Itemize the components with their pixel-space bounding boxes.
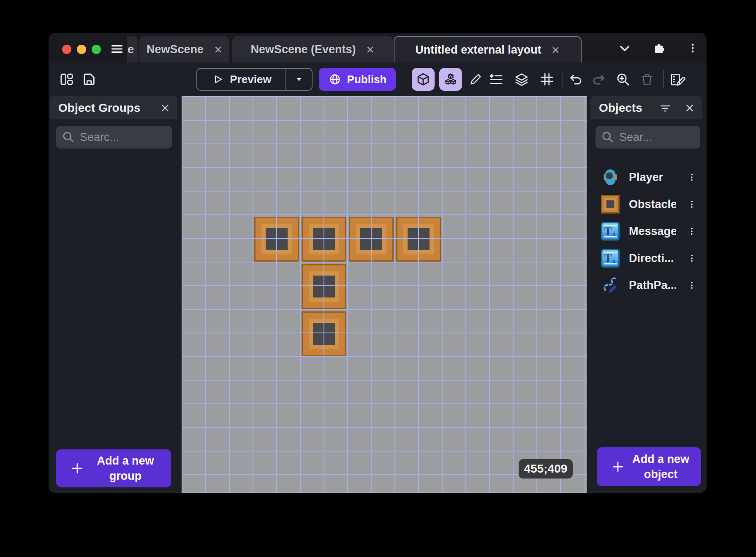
toggle-panels-button[interactable] (59, 72, 74, 87)
obstacle-instance[interactable] (302, 311, 346, 356)
grid-toggle-button[interactable] (539, 72, 555, 87)
content-area: Object Groups Add a new group (49, 96, 707, 493)
edit-scene-properties-button[interactable] (669, 72, 686, 87)
object-row-menu-button[interactable] (685, 196, 698, 213)
instances-list-icon (489, 72, 504, 87)
publish-button[interactable]: Publish (319, 68, 396, 91)
svg-text:x: x (612, 257, 616, 264)
scene-canvas[interactable]: 455;409 (182, 96, 587, 493)
kebab-menu-icon (687, 226, 697, 236)
zoom-button[interactable] (615, 72, 631, 87)
redo-icon (591, 72, 606, 87)
close-tab-icon[interactable] (214, 45, 222, 54)
add-group-label: Add a new group (84, 453, 171, 484)
close-panel-button[interactable] (683, 101, 697, 115)
edit-properties-icon (669, 72, 686, 87)
tab-fragment-label: e (128, 43, 134, 56)
tab-bar: e NewScene NewScene (Events) Untitled ex… (49, 33, 707, 62)
filter-objects-button[interactable] (658, 101, 672, 115)
main-menu-button[interactable] (110, 42, 124, 57)
obstacle-icon (601, 195, 620, 214)
cube-3d-icon (416, 72, 431, 87)
minimize-window-button[interactable] (77, 45, 86, 54)
save-button[interactable] (82, 72, 97, 87)
puzzle-icon (652, 41, 666, 55)
close-tab-icon[interactable] (366, 45, 375, 54)
preview-options-button[interactable] (286, 69, 312, 90)
layers-button[interactable] (514, 72, 529, 87)
chevron-down-icon (617, 41, 632, 56)
tab-fragment[interactable]: e (127, 36, 138, 62)
object-label: Obstacle (629, 198, 676, 211)
object-label: Directi... (629, 252, 676, 265)
grid-icon (539, 72, 555, 87)
object-label: PathPa... (629, 279, 676, 292)
player-icon (601, 168, 620, 187)
plus-icon (611, 460, 625, 473)
object-label: Message (629, 225, 676, 238)
undo-button[interactable] (568, 72, 583, 87)
panel-title: Objects (599, 101, 658, 115)
view-3d-toggle-button[interactable] (412, 68, 435, 91)
object-row-menu-button[interactable] (685, 169, 698, 186)
object-label: Player (629, 171, 676, 184)
object-row-direction[interactable]: Tx Directi... (587, 245, 707, 272)
window-controls (62, 45, 101, 54)
redo-button[interactable] (591, 72, 606, 87)
maximize-window-button[interactable] (92, 45, 101, 54)
object-groups-panel: Object Groups Add a new group (49, 96, 182, 493)
object-search-input[interactable] (619, 131, 694, 144)
publish-label: Publish (347, 73, 387, 86)
object-row-player[interactable]: Player (587, 164, 707, 191)
obstacle-instance-core (313, 228, 335, 250)
obstacle-instance-core (313, 323, 335, 345)
svg-text:x: x (612, 230, 616, 237)
kebab-menu-icon (686, 42, 699, 54)
tab-newscene-events[interactable]: NewScene (Events) (232, 36, 393, 62)
search-icon (62, 131, 75, 143)
show-tabs-list-button[interactable] (617, 41, 632, 56)
obstacle-instance[interactable] (302, 264, 346, 309)
object-search-box (596, 126, 700, 149)
preview-split-button: Preview (196, 68, 313, 91)
kebab-menu-icon (687, 199, 697, 209)
object-row-menu-button[interactable] (685, 223, 698, 240)
hamburger-icon (110, 42, 124, 56)
tab-untitled-external-layout[interactable]: Untitled external layout (394, 36, 582, 62)
undo-icon (568, 72, 583, 87)
tab-newscene[interactable]: NewScene (139, 36, 229, 62)
app-window: e NewScene NewScene (Events) Untitled ex… (49, 33, 707, 493)
close-window-button[interactable] (62, 45, 71, 54)
object-row-obstacle[interactable]: Obstacle (587, 191, 707, 218)
object-row-menu-button[interactable] (685, 277, 698, 294)
close-tab-icon[interactable] (552, 46, 560, 54)
instances-list-button[interactable] (489, 72, 504, 87)
filter-icon (659, 102, 672, 114)
object-row-message[interactable]: Tx Message (587, 218, 707, 245)
obstacle-instance[interactable] (349, 217, 394, 262)
close-panel-button[interactable] (158, 101, 172, 115)
add-group-button[interactable]: Add a new group (56, 449, 171, 487)
instances-3d-toggle-button[interactable] (439, 68, 462, 91)
obstacle-instance[interactable] (302, 217, 346, 262)
obstacle-instance-core (313, 276, 335, 297)
preview-button[interactable]: Preview (197, 69, 286, 90)
toolbar: Preview Publish (49, 62, 707, 96)
add-object-label: Add a new object (625, 452, 701, 482)
path-object-icon (601, 276, 620, 295)
divider (663, 70, 664, 89)
object-row-pathpainter[interactable]: PathPa... (587, 272, 707, 299)
more-options-button[interactable] (685, 41, 700, 56)
group-search-input[interactable] (80, 131, 166, 144)
object-row-menu-button[interactable] (685, 250, 698, 267)
desktop: e NewScene NewScene (Events) Untitled ex… (0, 0, 756, 557)
objects-panel: Objects (587, 96, 707, 493)
extensions-button[interactable] (652, 41, 666, 56)
delete-button[interactable] (640, 72, 654, 87)
cubes-stack-icon (443, 72, 458, 87)
text-object-icon: Tx (601, 249, 620, 268)
add-object-button[interactable]: Add a new object (597, 447, 701, 486)
obstacle-instance[interactable] (396, 217, 441, 262)
edit-object-button[interactable] (468, 72, 483, 87)
obstacle-instance[interactable] (254, 217, 299, 262)
